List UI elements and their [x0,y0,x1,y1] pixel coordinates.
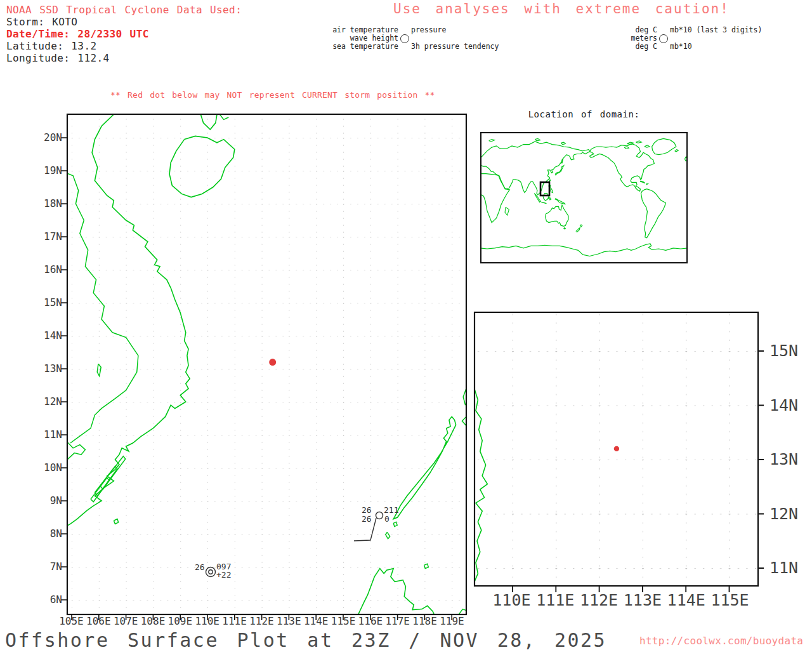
lat-tick-label: 19N [44,165,62,176]
domain-map-lat-axis: 15N14N13N12N11N [769,342,810,577]
lat-tick-label: 15N [44,297,62,308]
lon-tick-label: 112E [248,615,275,627]
lat-tick-label: 8N [50,528,62,540]
new-guinea [555,199,565,204]
lon-tick-label: 110E [490,591,534,609]
storm-name: Storm: KOTO [6,16,242,28]
lon-tick-label: 107E [112,615,140,627]
new-zealand-north [580,225,582,227]
data-source-line: NOAA SSD Tropical Cyclone Data Used: [6,4,242,16]
lon-tick-label: 108E [140,615,167,627]
iceland [675,150,678,152]
legend-unit-mb10-last3: mb*10 (last 3 digits) [670,26,762,34]
main-map [48,102,486,640]
lat-tick-label: 14N [769,397,798,415]
lat-tick-label: 14N [44,330,62,342]
lat-tick-label: 12N [769,505,798,523]
station1-sea-temp: 26 [362,515,372,524]
lat-tick-label: 9N [50,495,62,507]
taiwan [549,180,551,182]
eurasia-africa-outline [480,142,590,195]
lon-tick-label: 106E [85,615,112,627]
australia [546,205,568,226]
storm-datetime: Date/Time: 28/2330 UTC [6,28,242,40]
station1-air-temp: 26 [362,506,372,515]
plot-title: Offshore Surface Plot at 23Z / NOV 28, 2… [5,629,606,650]
domain-zoom-map [469,307,768,600]
caution-headline: Use analyses with extreme caution! [393,1,730,17]
buoydata-link[interactable]: http://coolwx.com/buoydata [639,635,803,647]
station-circle-icon [659,34,668,43]
station-circle-icon [400,34,409,43]
greenland [652,138,676,154]
svalbard [489,140,495,142]
lon-tick-label: 115E [708,591,752,609]
legend-pressure-tendency: 3h pressure tendency [411,43,499,51]
main-map-lat-axis: 20N19N18N17N16N15N14N13N12N11N10N9N8N7N6… [22,132,62,606]
inset-title: Location of domain: [480,109,688,119]
arctic-island [624,147,629,149]
station1-pressure: 211 [384,506,398,515]
lat-tick-label: 20N [44,132,62,143]
africa-outline [480,174,509,223]
station1-tendency: 0 [384,515,390,524]
lat-tick-label: 11N [769,559,798,577]
lon-tick-label: 118E [411,615,438,627]
storm-longitude: Longitude: 112.4 [6,52,242,64]
japan [555,166,564,175]
red-dot-warning: ** Red dot below may NOT represent CURRE… [110,90,435,100]
arctic-island [636,141,641,143]
north-america [590,143,655,191]
lat-tick-label: 16N [44,264,62,275]
tasmania [564,228,566,229]
lon-tick-label: 115E [330,615,357,627]
lon-tick-label: 114E [664,591,708,609]
lon-tick-label: 112E [577,591,621,609]
world-inset-frame [481,133,687,263]
lon-tick-label: 119E [438,615,466,627]
lon-tick-label: 114E [303,615,330,627]
legend-sea-temperature: sea temperature [332,43,398,51]
lat-tick-label: 7N [50,561,62,573]
storm-header: NOAA SSD Tropical Cyclone Data Used: Sto… [6,4,242,64]
lon-tick-label: 109E [166,615,193,627]
new-zealand [576,228,580,232]
arctic-island [561,142,565,144]
lat-tick-label: 12N [44,396,62,408]
lon-tick-label: 111E [534,591,577,609]
storm-position-dot-zoom [614,446,619,451]
station2-air-temp: 26 [195,563,205,572]
java [541,202,546,203]
hispaniola [646,184,648,185]
station-circle [376,512,383,519]
lat-tick-label: 17N [44,231,62,242]
severnaya-zemlya [535,138,540,140]
south-america [641,189,665,238]
units-legend: deg C meters deg C mb*10 (last 3 digits)… [614,26,762,51]
sakhalin [561,158,563,163]
main-map-lon-axis: 105E106E107E108E109E110E111E112E113E114E… [58,615,466,627]
cuba [641,181,645,183]
lon-tick-label: 116E [357,615,384,627]
legend-pressure: pressure [411,26,446,34]
madagascar [505,207,509,215]
lat-tick-label: 11N [44,429,62,441]
domain-map-lat-ticks [758,351,764,568]
station-legend: air temperature wave height sea temperat… [317,26,499,51]
world-coastlines [480,138,688,256]
borneo [543,194,549,201]
lon-tick-label: 113E [620,591,664,609]
legend-unit-mb10: mb*10 [670,43,692,51]
world-inset-map [480,132,688,263]
lon-tick-label: 110E [193,615,221,627]
lat-tick-label: 13N [44,363,62,375]
main-map-grid [67,114,466,614]
domain-map-lon-axis: 110E111E112E113E114E115E [490,591,752,609]
storm-latitude: Latitude: 13.2 [6,40,242,52]
lon-tick-label: 111E [221,615,248,627]
lat-tick-label: 10N [44,462,62,474]
legend-unit-degc-sea: deg C [635,43,657,51]
arctic-island [645,145,650,147]
lon-tick-label: 117E [384,615,411,627]
storm-position-dot [269,359,276,366]
